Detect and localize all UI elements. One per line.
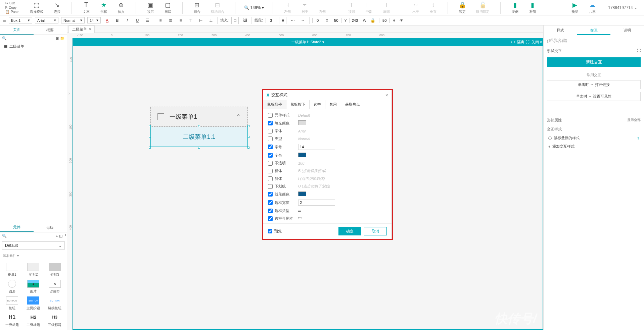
widget-search-input[interactable]	[8, 234, 54, 238]
text-align-left[interactable]: ≡	[157, 17, 164, 24]
align-top-button[interactable]: ⊤顶部	[346, 1, 357, 15]
weight-select[interactable]: Normal▾	[61, 17, 85, 23]
align-center-button[interactable]: ⫟居中	[299, 1, 311, 15]
select-mode-button[interactable]: ⬚选择模式	[28, 1, 45, 15]
front-button[interactable]: ▣顶层	[145, 1, 156, 15]
fontcolor-check[interactable]	[268, 153, 273, 158]
close-state-button[interactable]: 关闭 ×	[532, 40, 542, 45]
left-panel-toggle[interactable]: ▮左侧	[509, 1, 521, 15]
bordertype-check[interactable]	[268, 209, 273, 213]
underline-check[interactable]	[268, 184, 273, 189]
zoom-control[interactable]: 🔍 149% ▾	[244, 5, 264, 10]
italic-button[interactable]: I	[124, 17, 131, 24]
state-dropdown[interactable]: 一级菜单1: State2 ▾	[291, 40, 324, 45]
tab-interact[interactable]: 交互	[577, 25, 611, 35]
line-color-button[interactable]: ■	[279, 17, 286, 24]
fontsize-input[interactable]	[298, 144, 335, 150]
tab-focus[interactable]: 获取焦点	[341, 100, 364, 109]
dist-v-button[interactable]: ↕垂直	[427, 1, 439, 15]
widget-circle[interactable]: 圆形	[3, 280, 21, 294]
isolate-button[interactable]: 隔离 ⛶	[517, 40, 529, 45]
common-click-link[interactable]: 单击时 → 打开链接	[547, 80, 641, 89]
widget-image[interactable]: ▲图片	[24, 280, 43, 294]
fill-color-button[interactable]: □	[231, 17, 239, 24]
borderwidth-check[interactable]	[268, 200, 273, 205]
widget-button[interactable]: BUTTON按钮	[3, 296, 21, 311]
widget-primary-button[interactable]: BUTTON主要按钮	[24, 296, 43, 311]
underline-button[interactable]: U	[134, 17, 141, 24]
unlock-button[interactable]: 🔓取消锁定	[474, 1, 492, 15]
line-style-button[interactable]: ⋯	[289, 17, 296, 24]
fontsize-check[interactable]	[268, 145, 273, 149]
lock-button[interactable]: 🔒锁定	[457, 1, 468, 15]
font-check[interactable]	[268, 129, 273, 133]
shape-button[interactable]: ★形状	[98, 1, 109, 15]
hover-style-item[interactable]: 鼠标悬停的样式T	[544, 134, 644, 142]
w-input[interactable]	[350, 18, 360, 23]
folder-icon[interactable]: 📁	[60, 36, 65, 41]
common-click-visibility[interactable]: 单击时 → 设置可见性	[547, 92, 641, 101]
y-input[interactable]	[331, 18, 341, 23]
copy-button[interactable]: ⎘ Copy	[5, 6, 19, 9]
widget-placeholder[interactable]: ✕占位符	[45, 280, 64, 294]
text-align-right[interactable]: ≡	[177, 17, 184, 24]
bullets-button[interactable]: ☰	[144, 17, 151, 24]
text-align-center[interactable]: ≣	[167, 17, 174, 24]
cancel-button[interactable]: 取消	[364, 227, 387, 235]
bold-check[interactable]	[268, 169, 273, 173]
insert-button[interactable]: ⊕插入	[116, 1, 127, 15]
connect-button[interactable]: ↘连接	[51, 1, 63, 15]
tab-outline[interactable]: 概要	[34, 25, 67, 35]
align-right-button[interactable]: ⫠右侧	[317, 1, 328, 15]
add-page-icon[interactable]: ⊞	[56, 36, 59, 41]
tab-selected[interactable]: 选中	[310, 100, 325, 109]
close-icon[interactable]: ×	[89, 27, 91, 31]
align-left-button[interactable]: ⫞左侧	[282, 1, 293, 15]
widget-style-check[interactable]	[268, 113, 273, 118]
show-all-link[interactable]: 显示全部	[627, 118, 641, 123]
borderwidth-input[interactable]	[298, 200, 335, 206]
tab-hover[interactable]: 鼠标悬停	[263, 100, 286, 109]
lock-aspect-icon[interactable]: 🔒	[369, 17, 376, 24]
tab-notes[interactable]: 说明	[610, 25, 644, 35]
canvas-tab[interactable]: 二级菜单×	[68, 25, 95, 33]
type-check[interactable]	[268, 136, 273, 141]
widget-rect1[interactable]: 矩形1	[3, 263, 21, 277]
widget-h2[interactable]: H2二级标题	[24, 313, 43, 327]
nav-next-icon[interactable]: ›	[514, 40, 515, 45]
valign-top[interactable]: ⊤	[187, 17, 194, 24]
fill-image-button[interactable]: 🖼	[241, 17, 249, 24]
widget-link-button[interactable]: BUTTON链接按钮	[45, 296, 64, 311]
shape-name-input[interactable]: (矩形名称)	[544, 35, 644, 46]
preview-check[interactable]	[268, 229, 272, 233]
h-input[interactable]	[379, 18, 390, 23]
widget-h1[interactable]: H1一级标题	[3, 313, 21, 327]
tab-pages[interactable]: 页面	[0, 25, 34, 35]
expand-icon[interactable]: ⛶	[637, 48, 641, 53]
ok-button[interactable]: 确定	[338, 227, 361, 235]
tab-disabled[interactable]: 禁用	[325, 100, 341, 109]
widget-category[interactable]: 基本元件 ▾	[0, 252, 67, 260]
menu2-widget[interactable]: 二级菜单1.1	[150, 127, 248, 147]
library-browse-icon[interactable]: ◫	[59, 234, 62, 238]
fill-color-check[interactable]	[268, 121, 273, 125]
x-input[interactable]	[312, 18, 323, 23]
bordercolor-check[interactable]	[268, 192, 273, 197]
valign-bot[interactable]: ⊥	[207, 17, 215, 24]
page-item[interactable]: ▦ 二级菜单	[0, 42, 67, 51]
cut-button[interactable]: ✂ Cut	[5, 1, 19, 5]
font-select[interactable]: Arial▾	[35, 17, 58, 23]
style-select-icon[interactable]: ☰	[3, 18, 6, 22]
line-width-input[interactable]	[266, 18, 276, 23]
close-icon[interactable]: ×	[385, 93, 388, 98]
widget-rect2[interactable]: 矩形2	[24, 263, 43, 277]
arrow-button[interactable]: →	[299, 17, 307, 24]
user-menu[interactable]: 17864197714 ⌄	[604, 5, 641, 10]
align-bottom-button[interactable]: ⊥底部	[381, 1, 392, 15]
widget-h3[interactable]: H3三级标题	[45, 313, 64, 327]
page-search-input[interactable]	[8, 37, 54, 41]
tab-widgets[interactable]: 元件	[0, 223, 34, 232]
paste-button[interactable]: 📋 Paste	[5, 10, 19, 14]
share-button[interactable]: ☁共享	[587, 1, 598, 15]
opacity-check[interactable]	[268, 161, 273, 166]
